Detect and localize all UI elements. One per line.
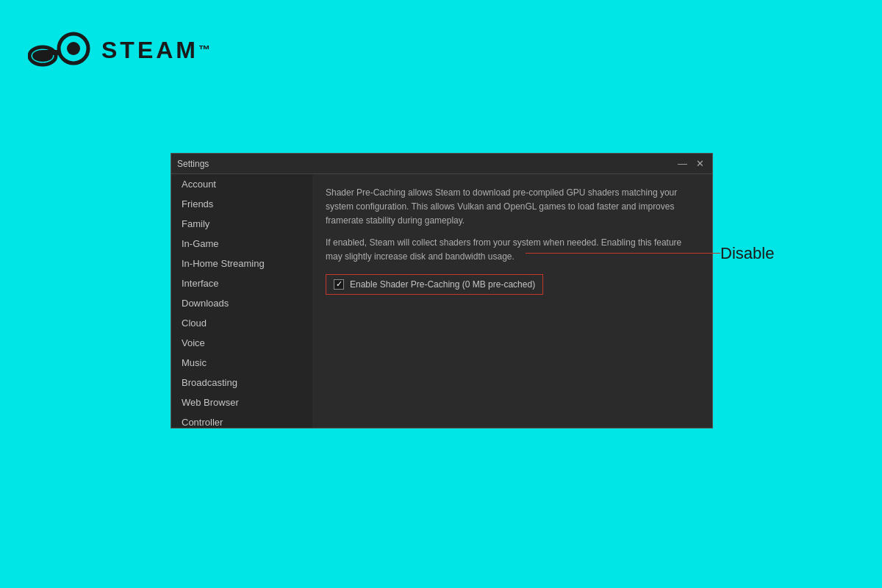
- window-title: Settings: [177, 159, 209, 169]
- sidebar-item-family[interactable]: Family: [171, 214, 312, 234]
- sidebar-item-in-home-streaming[interactable]: In-Home Streaming: [171, 254, 312, 273]
- sidebar-item-broadcasting[interactable]: Broadcasting: [171, 373, 312, 392]
- description-paragraph-2: If enabled, Steam will collect shaders f…: [326, 236, 699, 264]
- sidebar-item-friends[interactable]: Friends: [171, 194, 312, 214]
- checkbox-label: Enable Shader Pre-Caching (0 MB pre-cach…: [350, 279, 535, 290]
- sidebar: Account Friends Family In-Game In-Home S…: [171, 174, 312, 428]
- minimize-button[interactable]: —: [675, 159, 689, 168]
- sidebar-item-downloads[interactable]: Downloads: [171, 293, 312, 313]
- sidebar-item-in-game[interactable]: In-Game: [171, 234, 312, 254]
- sidebar-item-interface[interactable]: Interface: [171, 273, 312, 293]
- annotation-line: [526, 253, 720, 254]
- svg-point-2: [67, 42, 80, 55]
- sidebar-item-account[interactable]: Account: [171, 174, 312, 194]
- svg-point-4: [32, 50, 53, 62]
- sidebar-item-music[interactable]: Music: [171, 353, 312, 373]
- disable-label: Disable: [720, 244, 774, 263]
- sidebar-item-voice[interactable]: Voice: [171, 333, 312, 353]
- disable-annotation: Disable: [720, 244, 774, 263]
- main-panel: Shader Pre-Caching allows Steam to downl…: [312, 174, 712, 428]
- title-bar-buttons: — ✕: [675, 159, 706, 168]
- close-button[interactable]: ✕: [694, 159, 706, 168]
- checkbox-checkmark: ✓: [336, 280, 343, 288]
- settings-window: Settings — ✕ Account Friends Family In-G…: [171, 153, 713, 429]
- window-body: Account Friends Family In-Game In-Home S…: [171, 174, 712, 428]
- sidebar-item-controller[interactable]: Controller: [171, 412, 312, 428]
- steam-logo-text: STEAM™: [101, 37, 210, 64]
- steam-logo: STEAM™: [28, 28, 210, 72]
- sidebar-item-cloud[interactable]: Cloud: [171, 313, 312, 333]
- checkbox-box[interactable]: ✓: [334, 279, 344, 290]
- shader-pre-caching-checkbox-container[interactable]: ✓ Enable Shader Pre-Caching (0 MB pre-ca…: [326, 274, 543, 295]
- sidebar-item-web-browser[interactable]: Web Browser: [171, 392, 312, 412]
- description-paragraph-1: Shader Pre-Caching allows Steam to downl…: [326, 186, 699, 229]
- title-bar: Settings — ✕: [171, 154, 712, 174]
- steam-logo-icon: [28, 28, 94, 72]
